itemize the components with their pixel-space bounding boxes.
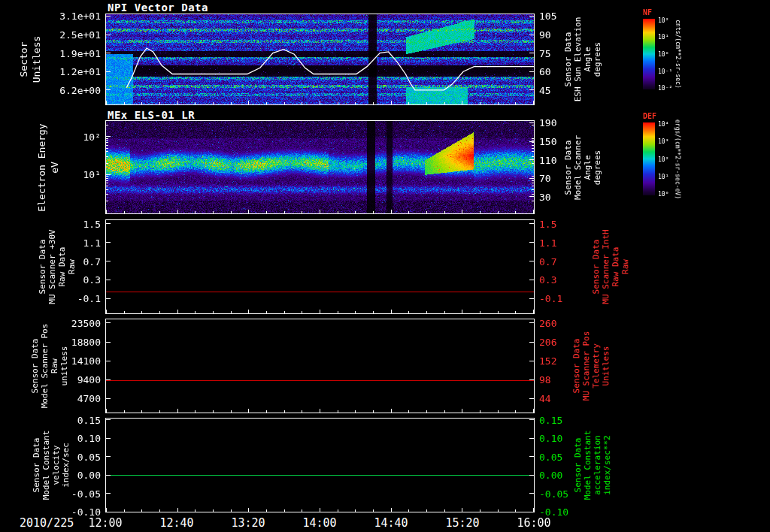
- y-tick-mark: [529, 475, 534, 476]
- x-tick-mark: [515, 211, 516, 213]
- left-axis-label-model-constant-velocity-line: velocity: [51, 431, 61, 500]
- x-tick-mark: [373, 509, 374, 512]
- colorbar-unit-label: ergs/(cm**2-sr-sec-eV): [675, 119, 681, 199]
- x-tick-mark: [106, 310, 107, 313]
- plot-panel-model-constant-velocity: [105, 418, 535, 512]
- y-minor-tick-mark: [106, 183, 108, 183]
- y-tick-label-left: 1.2e+01: [57, 66, 101, 77]
- y-tick-mark: [106, 512, 111, 512]
- y-tick-label-right: 0.7: [539, 255, 556, 267]
- y-minor-tick-mark: [532, 201, 534, 201]
- y-tick-label-right: 0.15: [539, 414, 562, 425]
- x-tick-mark: [444, 410, 445, 413]
- plot-panel-model-scanner-pos: [105, 319, 535, 413]
- x-tick-mark: [498, 410, 499, 413]
- x-tick-mark: [498, 211, 499, 213]
- x-tick-mark: [338, 211, 338, 213]
- y-tick-label-right: 190: [539, 117, 556, 128]
- right-axis-label-els-line: Angle: [583, 135, 593, 199]
- y-minor-tick-mark: [532, 148, 534, 149]
- y-tick-label-left: 0.15: [57, 414, 101, 425]
- y-tick-mark: [106, 379, 111, 380]
- x-tick-mark: [373, 211, 374, 213]
- x-tick-mark: [480, 311, 480, 313]
- x-tick-mark: [231, 410, 232, 413]
- y-tick-label-right: 260: [539, 317, 556, 328]
- right-axis-label-model-scanner-pos-line: Telemetry: [591, 331, 601, 401]
- x-tick-mark: [124, 211, 125, 213]
- x-tick-mark: [141, 509, 142, 512]
- x-tick-mark: [515, 311, 516, 313]
- y-minor-tick-mark: [106, 151, 108, 152]
- x-tick-mark: [355, 211, 356, 213]
- colorbar-def: [643, 122, 655, 195]
- y-tick-label-left: 2.5e+01: [57, 29, 101, 41]
- right-axis-label-model-constant-velocity-line: Model Constant: [583, 431, 593, 500]
- x-tick-mark: [106, 409, 107, 413]
- x-tick-mark: [159, 410, 160, 413]
- x-tick-mark: [195, 311, 196, 313]
- x-axis-tick-label: 12:00: [88, 516, 122, 530]
- x-tick-mark: [444, 311, 445, 313]
- els-spectrogram: [106, 121, 534, 213]
- y-tick-mark: [106, 35, 111, 35]
- y-minor-tick-mark: [532, 156, 534, 157]
- y-tick-mark: [106, 456, 111, 457]
- colorbar-tick-label: 10²: [658, 156, 668, 162]
- x-tick-mark: [426, 211, 427, 213]
- left-axis-label-model-scanner-pos-line: Sensor Data: [30, 324, 40, 409]
- x-tick-mark: [213, 311, 214, 313]
- y-tick-label-right: 0.3: [539, 274, 556, 286]
- y-minor-tick-mark: [532, 176, 534, 177]
- y-tick-mark: [529, 16, 534, 17]
- left-axis-label-model-scanner-pos: Sensor DataModel Scanner PosRawunitless: [30, 324, 69, 409]
- y-tick-label-right: 30: [539, 191, 551, 202]
- y-tick-label-left: 10²: [57, 131, 101, 142]
- y-tick-mark: [106, 475, 111, 476]
- right-axis-label-model-scanner-pos-line: Unitless: [601, 331, 611, 401]
- y-tick-mark: [529, 261, 534, 261]
- y-minor-tick-mark: [532, 189, 534, 190]
- y-tick-mark: [529, 196, 534, 197]
- x-tick-mark: [248, 210, 249, 213]
- x-axis-tick-label: 12:40: [159, 516, 193, 530]
- y-tick-mark: [529, 280, 534, 280]
- y-tick-mark: [106, 493, 111, 494]
- y-tick-mark: [106, 53, 111, 53]
- x-tick-mark: [391, 508, 392, 512]
- x-tick-mark: [462, 409, 462, 413]
- npi-spectrogram: [106, 14, 534, 104]
- x-tick-mark: [195, 211, 196, 213]
- x-tick-mark: [177, 210, 178, 213]
- y-tick-label-right: 0.00: [539, 470, 562, 481]
- x-tick-mark: [498, 509, 499, 512]
- y-minor-tick-mark: [532, 138, 534, 139]
- x-tick-mark: [159, 211, 160, 213]
- x-tick-mark: [408, 102, 409, 104]
- y-tick-mark: [529, 379, 534, 380]
- x-tick-mark: [195, 102, 196, 104]
- y-tick-mark: [106, 298, 111, 299]
- y-tick-mark: [106, 398, 111, 399]
- x-tick-mark: [444, 211, 445, 213]
- x-axis-date-label: 2010/225: [20, 516, 74, 530]
- x-tick-mark: [462, 101, 462, 104]
- x-tick-mark: [533, 210, 534, 213]
- x-tick-mark: [177, 508, 178, 512]
- y-minor-tick-mark: [106, 138, 108, 139]
- x-tick-mark: [284, 311, 285, 313]
- y-tick-mark: [106, 438, 111, 439]
- left-axis-label-els: Electron EnergyeV: [35, 123, 61, 211]
- x-tick-mark: [213, 211, 214, 213]
- x-tick-mark: [320, 101, 320, 104]
- x-tick-mark: [302, 509, 302, 512]
- colorbar-tick-label: 10⁰: [658, 51, 668, 58]
- x-tick-mark: [462, 508, 462, 512]
- y-tick-mark: [106, 280, 111, 280]
- x-tick-mark: [426, 509, 427, 512]
- left-axis-label-model-scanner-pos-line: unitless: [59, 324, 69, 409]
- y-minor-tick-mark: [106, 186, 108, 186]
- y-tick-label-right: 150: [539, 136, 556, 147]
- x-tick-mark: [248, 409, 249, 413]
- y-tick-mark: [106, 174, 111, 175]
